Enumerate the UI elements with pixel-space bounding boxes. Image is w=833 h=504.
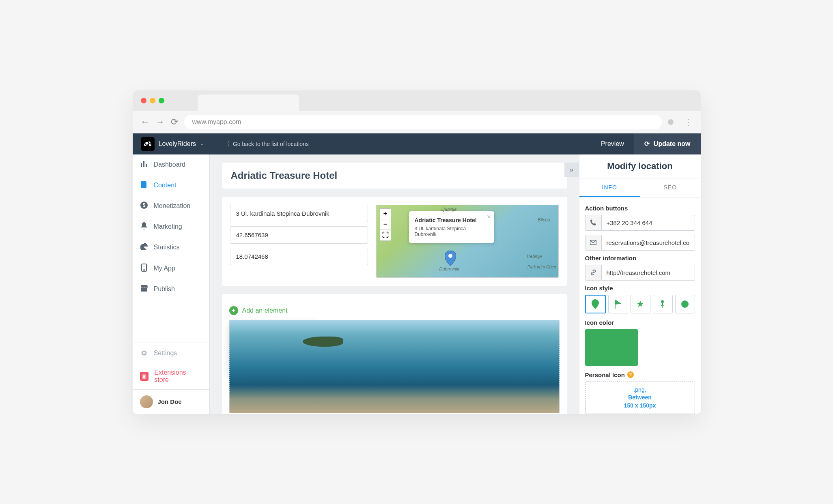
update-label: Update now bbox=[654, 140, 691, 148]
section-icon-style: Icon style bbox=[585, 285, 695, 292]
map[interactable]: + − ⛶ × Adriatic Treasure Hotel 3 Ul. ka… bbox=[376, 205, 559, 278]
map-zoom-in-button[interactable]: + bbox=[380, 209, 391, 219]
address-field[interactable] bbox=[230, 205, 368, 222]
svg-rect-1 bbox=[143, 161, 144, 167]
user-name: Jon Doe bbox=[158, 398, 182, 405]
plus-icon: + bbox=[229, 306, 238, 315]
app-header: LovelyRiders ⌄ 〈 Go back to the list of … bbox=[133, 133, 701, 154]
section-icon-color: Icon color bbox=[585, 319, 695, 326]
title-card: Adriatic Treasure Hotel bbox=[222, 163, 567, 189]
sidebar-item-content[interactable]: Content bbox=[133, 175, 209, 196]
preview-button[interactable]: Preview bbox=[591, 140, 634, 148]
website-field[interactable] bbox=[601, 265, 695, 281]
svg-point-6 bbox=[144, 270, 144, 270]
close-window-icon[interactable] bbox=[141, 98, 146, 103]
svg-rect-0 bbox=[141, 163, 142, 167]
maximize-window-icon[interactable] bbox=[159, 98, 164, 103]
map-zoom-out-button[interactable]: − bbox=[380, 219, 391, 230]
sidebar-item-my-app[interactable]: My App bbox=[133, 258, 209, 279]
sidebar-item-label: Content bbox=[154, 182, 177, 189]
email-field[interactable] bbox=[601, 235, 695, 251]
sidebar-item-label: Monetization bbox=[154, 202, 191, 210]
map-label: Dubrovnik bbox=[439, 266, 460, 271]
icon-style-flag[interactable] bbox=[608, 295, 628, 313]
chevron-left-icon: 〈 bbox=[224, 140, 230, 148]
profile-icon[interactable] bbox=[668, 119, 674, 125]
add-element-label: Add an element bbox=[242, 307, 288, 314]
photo-placeholder[interactable] bbox=[229, 320, 560, 413]
chevron-down-icon: ⌄ bbox=[200, 141, 204, 146]
svg-rect-2 bbox=[146, 164, 147, 167]
motorcycle-icon bbox=[141, 137, 155, 151]
upload-dropzone[interactable]: .png, Between 150 x 150px bbox=[585, 382, 695, 414]
popup-title: Adriatic Treasure Hotel bbox=[415, 217, 482, 223]
section-action-buttons: Action buttons bbox=[585, 205, 695, 212]
icon-style-marker[interactable] bbox=[585, 295, 606, 313]
sidebar-item-label: Statistics bbox=[154, 244, 180, 251]
main-content: » Adriatic Treasure Hotel + − ⛶ bbox=[210, 154, 579, 414]
url-text: www.myapp.com bbox=[192, 118, 241, 126]
sidebar-item-marketing[interactable]: Marketing bbox=[133, 217, 209, 237]
map-label: Bileća bbox=[538, 217, 550, 222]
map-pin-icon bbox=[445, 251, 456, 268]
extensions-icon: ▣ bbox=[140, 372, 149, 381]
longitude-field[interactable] bbox=[230, 248, 368, 265]
sidebar-item-label: Publish bbox=[154, 285, 175, 293]
tab-seo[interactable]: SEO bbox=[640, 178, 701, 197]
forward-icon[interactable]: → bbox=[156, 117, 165, 127]
svg-point-16 bbox=[681, 300, 689, 308]
browser-menu-icon[interactable]: ⋮ bbox=[684, 117, 693, 127]
document-icon bbox=[140, 181, 148, 190]
app-switcher[interactable]: LovelyRiders ⌄ bbox=[133, 137, 212, 151]
icon-style-circle[interactable] bbox=[675, 295, 695, 313]
sidebar-item-publish[interactable]: Publish bbox=[133, 279, 209, 299]
sidebar-item-monetization[interactable]: $ Monetization bbox=[133, 196, 209, 217]
sidebar-item-dashboard[interactable]: Dashboard bbox=[133, 154, 209, 175]
update-now-button[interactable]: ⟳ Update now bbox=[634, 133, 701, 154]
map-fullscreen-button[interactable]: ⛶ bbox=[380, 230, 391, 240]
map-label: Park priro Orjen bbox=[527, 265, 556, 269]
panel-header: Modify location bbox=[579, 154, 701, 178]
tab-info[interactable]: INFO bbox=[579, 178, 640, 197]
map-popup: × Adriatic Treasure Hotel 3 Ul. kardinal… bbox=[409, 211, 494, 243]
close-icon[interactable]: × bbox=[487, 213, 491, 221]
phone-icon bbox=[585, 215, 601, 231]
back-link-label: Go back to the list of locations bbox=[233, 141, 309, 147]
help-icon[interactable]: ? bbox=[627, 371, 634, 378]
icon-style-pin[interactable] bbox=[653, 295, 673, 313]
link-icon bbox=[585, 265, 601, 281]
sidebar-item-label: My App bbox=[154, 265, 175, 272]
dollar-icon: $ bbox=[140, 202, 148, 211]
location-card: + − ⛶ × Adriatic Treasure Hotel 3 Ul. ka… bbox=[222, 197, 567, 286]
sidebar-item-label: Settings bbox=[154, 350, 177, 357]
bar-chart-icon bbox=[140, 160, 148, 169]
svg-text:$: $ bbox=[142, 202, 145, 208]
sidebar-item-statistics[interactable]: Statistics bbox=[133, 237, 209, 258]
add-element-button[interactable]: + Add an element bbox=[229, 306, 560, 315]
address-bar[interactable]: www.myapp.com bbox=[184, 115, 662, 129]
color-picker[interactable] bbox=[585, 329, 638, 366]
store-icon bbox=[140, 285, 148, 294]
properties-panel: Modify location INFO SEO Action buttons … bbox=[579, 154, 701, 414]
page-title: Adriatic Treasure Hotel bbox=[231, 170, 558, 181]
svg-point-7 bbox=[448, 254, 452, 258]
mobile-icon bbox=[140, 264, 148, 274]
collapse-panel-button[interactable]: » bbox=[564, 163, 579, 177]
avatar bbox=[140, 395, 153, 408]
phone-field[interactable] bbox=[601, 215, 695, 231]
browser-tab[interactable] bbox=[198, 94, 299, 111]
back-link[interactable]: 〈 Go back to the list of locations bbox=[224, 140, 309, 148]
sidebar-item-settings[interactable]: ⚙ Settings bbox=[133, 343, 209, 363]
reload-icon[interactable]: ⟳ bbox=[171, 117, 178, 127]
sidebar-item-extensions[interactable]: ▣ Extensions store bbox=[133, 363, 209, 389]
icon-style-star[interactable]: ★ bbox=[631, 295, 650, 313]
user-menu[interactable]: Jon Doe bbox=[133, 389, 209, 414]
latitude-field[interactable] bbox=[230, 226, 368, 244]
envelope-icon bbox=[585, 235, 601, 251]
pie-chart-icon bbox=[140, 243, 148, 252]
browser-titlebar bbox=[133, 90, 701, 111]
back-icon[interactable]: ← bbox=[141, 117, 150, 127]
map-label: Trebinje bbox=[526, 254, 542, 259]
minimize-window-icon[interactable] bbox=[150, 98, 155, 103]
sidebar-item-label: Dashboard bbox=[154, 161, 185, 168]
